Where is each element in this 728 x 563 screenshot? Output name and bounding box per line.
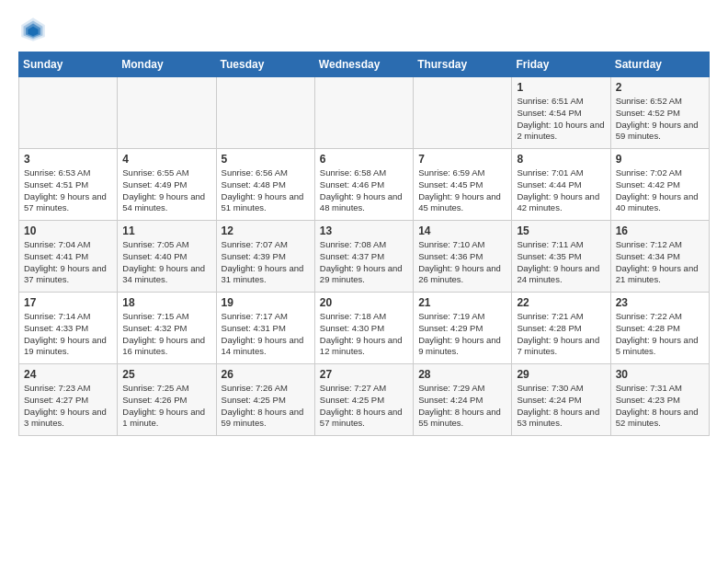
calendar-day-cell: 15Sunrise: 7:11 AM Sunset: 4:35 PM Dayli… [512, 221, 610, 293]
day-info: Sunrise: 6:59 AM Sunset: 4:45 PM Dayligh… [418, 167, 506, 214]
day-info: Sunrise: 7:14 AM Sunset: 4:33 PM Dayligh… [24, 311, 112, 358]
day-info: Sunrise: 7:30 AM Sunset: 4:24 PM Dayligh… [517, 383, 605, 430]
day-number: 19 [222, 296, 310, 309]
calendar-day-cell: 25Sunrise: 7:25 AM Sunset: 4:26 PM Dayli… [118, 364, 216, 436]
calendar-day-cell [216, 77, 314, 149]
day-info: Sunrise: 7:01 AM Sunset: 4:44 PM Dayligh… [517, 167, 605, 214]
calendar-day-cell: 8Sunrise: 7:01 AM Sunset: 4:44 PM Daylig… [512, 149, 610, 221]
calendar-table: SundayMondayTuesdayWednesdayThursdayFrid… [18, 52, 710, 436]
day-info: Sunrise: 7:19 AM Sunset: 4:29 PM Dayligh… [418, 311, 506, 358]
day-number: 15 [517, 224, 605, 237]
logo-icon [18, 15, 48, 44]
day-number: 12 [222, 224, 310, 237]
weekday-header-tuesday: Tuesday [216, 52, 314, 77]
calendar-day-cell [314, 77, 413, 149]
calendar-day-cell: 16Sunrise: 7:12 AM Sunset: 4:34 PM Dayli… [610, 221, 709, 293]
day-number: 27 [320, 368, 408, 381]
day-number: 30 [616, 368, 704, 381]
day-number: 1 [517, 81, 605, 94]
day-info: Sunrise: 7:07 AM Sunset: 4:39 PM Dayligh… [222, 239, 310, 286]
day-number: 28 [418, 368, 506, 381]
day-number: 22 [517, 296, 605, 309]
calendar-day-cell [118, 77, 216, 149]
calendar-day-cell: 5Sunrise: 6:56 AM Sunset: 4:48 PM Daylig… [216, 149, 314, 221]
day-number: 24 [24, 368, 112, 381]
calendar-day-cell: 22Sunrise: 7:21 AM Sunset: 4:28 PM Dayli… [512, 293, 610, 364]
calendar-day-cell: 30Sunrise: 7:31 AM Sunset: 4:23 PM Dayli… [610, 364, 709, 436]
day-number: 21 [418, 296, 506, 309]
day-number: 14 [418, 224, 506, 237]
day-info: Sunrise: 7:18 AM Sunset: 4:30 PM Dayligh… [320, 311, 408, 358]
day-info: Sunrise: 7:21 AM Sunset: 4:28 PM Dayligh… [517, 311, 605, 358]
day-number: 18 [122, 296, 210, 309]
day-info: Sunrise: 6:56 AM Sunset: 4:48 PM Dayligh… [222, 167, 310, 214]
day-number: 8 [517, 153, 605, 166]
calendar-day-cell: 9Sunrise: 7:02 AM Sunset: 4:42 PM Daylig… [610, 149, 709, 221]
calendar-day-cell: 28Sunrise: 7:29 AM Sunset: 4:24 PM Dayli… [414, 364, 512, 436]
day-info: Sunrise: 7:23 AM Sunset: 4:27 PM Dayligh… [24, 383, 112, 430]
calendar-day-cell: 6Sunrise: 6:58 AM Sunset: 4:46 PM Daylig… [314, 149, 413, 221]
calendar-day-cell [19, 77, 118, 149]
calendar-day-cell: 1Sunrise: 6:51 AM Sunset: 4:54 PM Daylig… [512, 77, 610, 149]
day-number: 26 [222, 368, 310, 381]
day-info: Sunrise: 7:05 AM Sunset: 4:40 PM Dayligh… [122, 239, 210, 286]
day-info: Sunrise: 7:27 AM Sunset: 4:25 PM Dayligh… [320, 383, 408, 430]
weekday-header-friday: Friday [512, 52, 610, 77]
day-info: Sunrise: 7:04 AM Sunset: 4:41 PM Dayligh… [24, 239, 112, 286]
day-info: Sunrise: 7:10 AM Sunset: 4:36 PM Dayligh… [418, 239, 506, 286]
page: SundayMondayTuesdayWednesdayThursdayFrid… [0, 0, 728, 563]
day-number: 10 [24, 224, 112, 237]
calendar-day-cell: 21Sunrise: 7:19 AM Sunset: 4:29 PM Dayli… [414, 293, 512, 364]
calendar-day-cell [414, 77, 512, 149]
day-number: 7 [418, 153, 506, 166]
day-info: Sunrise: 6:58 AM Sunset: 4:46 PM Dayligh… [320, 167, 408, 214]
day-info: Sunrise: 7:17 AM Sunset: 4:31 PM Dayligh… [222, 311, 310, 358]
calendar-day-cell: 18Sunrise: 7:15 AM Sunset: 4:32 PM Dayli… [118, 293, 216, 364]
day-info: Sunrise: 7:29 AM Sunset: 4:24 PM Dayligh… [418, 383, 506, 430]
day-info: Sunrise: 7:26 AM Sunset: 4:25 PM Dayligh… [222, 383, 310, 430]
day-number: 13 [320, 224, 408, 237]
day-info: Sunrise: 6:55 AM Sunset: 4:49 PM Dayligh… [122, 167, 210, 214]
calendar-day-cell: 13Sunrise: 7:08 AM Sunset: 4:37 PM Dayli… [314, 221, 413, 293]
day-number: 20 [320, 296, 408, 309]
calendar-day-cell: 3Sunrise: 6:53 AM Sunset: 4:51 PM Daylig… [19, 149, 118, 221]
day-number: 2 [616, 81, 704, 94]
day-info: Sunrise: 7:08 AM Sunset: 4:37 PM Dayligh… [320, 239, 408, 286]
day-info: Sunrise: 6:51 AM Sunset: 4:54 PM Dayligh… [517, 96, 605, 143]
day-info: Sunrise: 7:02 AM Sunset: 4:42 PM Dayligh… [616, 167, 704, 214]
day-number: 25 [122, 368, 210, 381]
weekday-header-row: SundayMondayTuesdayWednesdayThursdayFrid… [19, 52, 710, 77]
day-info: Sunrise: 7:22 AM Sunset: 4:28 PM Dayligh… [616, 311, 704, 358]
calendar-day-cell: 24Sunrise: 7:23 AM Sunset: 4:27 PM Dayli… [19, 364, 118, 436]
day-number: 9 [616, 153, 704, 166]
day-number: 17 [24, 296, 112, 309]
day-number: 11 [122, 224, 210, 237]
calendar-day-cell: 26Sunrise: 7:26 AM Sunset: 4:25 PM Dayli… [216, 364, 314, 436]
weekday-header-monday: Monday [118, 52, 216, 77]
calendar-week-row: 3Sunrise: 6:53 AM Sunset: 4:51 PM Daylig… [19, 149, 710, 221]
calendar-day-cell: 4Sunrise: 6:55 AM Sunset: 4:49 PM Daylig… [118, 149, 216, 221]
day-info: Sunrise: 7:31 AM Sunset: 4:23 PM Dayligh… [616, 383, 704, 430]
day-info: Sunrise: 7:11 AM Sunset: 4:35 PM Dayligh… [517, 239, 605, 286]
day-info: Sunrise: 7:15 AM Sunset: 4:32 PM Dayligh… [122, 311, 210, 358]
header [18, 15, 710, 44]
calendar-week-row: 10Sunrise: 7:04 AM Sunset: 4:41 PM Dayli… [19, 221, 710, 293]
calendar-day-cell: 17Sunrise: 7:14 AM Sunset: 4:33 PM Dayli… [19, 293, 118, 364]
weekday-header-sunday: Sunday [19, 52, 118, 77]
day-number: 23 [616, 296, 704, 309]
logo [18, 15, 51, 44]
day-number: 6 [320, 153, 408, 166]
weekday-header-wednesday: Wednesday [314, 52, 413, 77]
calendar-day-cell: 2Sunrise: 6:52 AM Sunset: 4:52 PM Daylig… [610, 77, 709, 149]
day-number: 29 [517, 368, 605, 381]
calendar-week-row: 17Sunrise: 7:14 AM Sunset: 4:33 PM Dayli… [19, 293, 710, 364]
calendar-day-cell: 10Sunrise: 7:04 AM Sunset: 4:41 PM Dayli… [19, 221, 118, 293]
calendar-week-row: 24Sunrise: 7:23 AM Sunset: 4:27 PM Dayli… [19, 364, 710, 436]
calendar-day-cell: 27Sunrise: 7:27 AM Sunset: 4:25 PM Dayli… [314, 364, 413, 436]
calendar-day-cell: 12Sunrise: 7:07 AM Sunset: 4:39 PM Dayli… [216, 221, 314, 293]
day-info: Sunrise: 6:52 AM Sunset: 4:52 PM Dayligh… [616, 96, 704, 143]
calendar-day-cell: 14Sunrise: 7:10 AM Sunset: 4:36 PM Dayli… [414, 221, 512, 293]
weekday-header-saturday: Saturday [610, 52, 709, 77]
day-number: 16 [616, 224, 704, 237]
day-info: Sunrise: 7:25 AM Sunset: 4:26 PM Dayligh… [122, 383, 210, 430]
